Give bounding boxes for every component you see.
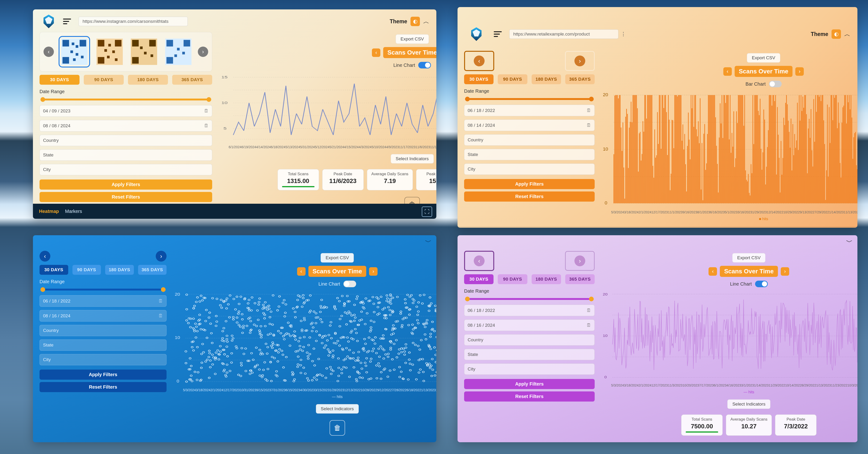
export-csv-button[interactable]: Export CSV [732, 253, 766, 263]
btn-365-days[interactable]: 365 DAYS [565, 74, 595, 84]
btn-30-days[interactable]: 30 DAYS [464, 274, 494, 284]
qr-item-2[interactable] [95, 37, 124, 67]
markers-tab[interactable]: Markers [65, 209, 82, 214]
url-more-icon[interactable]: ⋮ [621, 31, 626, 37]
carousel-next-button[interactable]: › [575, 255, 585, 266]
date-range-slider[interactable] [466, 298, 593, 300]
chart-next-button[interactable]: › [795, 67, 804, 76]
heatmap-tab[interactable]: Heatmap [39, 209, 59, 214]
btn-90-days[interactable]: 90 DAYS [498, 274, 527, 284]
export-csv-button[interactable]: Export CSV [396, 34, 429, 44]
chart-type-toggle[interactable] [755, 281, 768, 287]
state-input[interactable]: State [39, 339, 166, 351]
date-from-input[interactable]: 06 / 18 / 2022🗓 [39, 295, 166, 307]
state-input[interactable]: State [464, 149, 595, 160]
qr-prev-button[interactable]: ‹ [43, 47, 54, 57]
reset-filters-button[interactable]: Reset Filters [39, 382, 166, 392]
country-input[interactable]: Country [39, 135, 212, 146]
date-range-slider[interactable] [41, 98, 210, 100]
date-range-slider[interactable] [41, 289, 165, 291]
collapse-icon[interactable]: ﹀ [846, 238, 853, 246]
theme-switch[interactable]: ◐ [410, 17, 420, 26]
apply-filters-button[interactable]: Apply Filters [464, 379, 595, 389]
country-input[interactable]: Country [39, 325, 166, 336]
chart-next-button[interactable]: › [369, 267, 377, 276]
svg-rect-142 [697, 137, 698, 204]
carousel-prev-button[interactable]: ‹ [474, 255, 485, 266]
chart-canvas[interactable]: 20 10 0 [602, 90, 858, 207]
btn-180-days[interactable]: 180 DAYS [128, 75, 168, 85]
apply-filters-button[interactable]: Apply Filters [464, 179, 595, 189]
export-csv-button[interactable]: Export CSV [747, 53, 780, 63]
state-input[interactable]: State [39, 149, 212, 161]
btn-180-days[interactable]: 180 DAYS [532, 274, 561, 284]
btn-90-days[interactable]: 90 DAYS [72, 265, 101, 275]
chart-type-toggle[interactable] [418, 62, 431, 68]
chart-next-button[interactable]: › [781, 267, 789, 276]
city-input[interactable]: City [39, 354, 166, 365]
reset-filters-button[interactable]: Reset Filters [464, 191, 595, 202]
qr-item-3[interactable] [129, 37, 159, 67]
date-range-slider[interactable] [466, 98, 593, 100]
btn-30-days[interactable]: 30 DAYS [39, 265, 68, 275]
date-to-input[interactable]: 08 / 16 / 2024🗓 [464, 320, 595, 331]
svg-point-668 [299, 349, 301, 350]
chart-prev-button[interactable]: ‹ [297, 267, 306, 276]
chart-canvas[interactable]: 20 10 0 [602, 290, 858, 380]
chart-prev-button[interactable]: ‹ [709, 267, 717, 276]
reset-filters-button[interactable]: Reset Filters [464, 391, 595, 401]
carousel-prev-button[interactable]: ‹ [39, 251, 50, 262]
qr-item-4[interactable] [163, 37, 193, 67]
export-csv-button[interactable]: Export CSV [321, 253, 354, 263]
menu-icon[interactable] [63, 19, 72, 24]
reset-filters-button[interactable]: Reset Filters [39, 192, 212, 202]
chart-canvas[interactable]: 20 10 0 [174, 290, 436, 384]
select-indicators-button[interactable]: Select Indicators [316, 404, 359, 414]
country-input[interactable]: Country [464, 334, 595, 345]
delete-button[interactable]: 🗑 [330, 420, 345, 436]
fullscreen-icon[interactable]: ⛶ [422, 207, 432, 217]
carousel-next-button[interactable]: › [575, 56, 585, 66]
date-from-input[interactable]: 04 / 09 / 2023🗓 [39, 105, 212, 117]
menu-icon[interactable] [494, 31, 503, 37]
url-display[interactable]: https://www.instagram.com/carsonsmithtat… [79, 17, 188, 26]
carousel-next-button[interactable]: › [156, 251, 166, 262]
collapse-icon[interactable]: ︿ [423, 18, 429, 26]
date-to-input[interactable]: 08 / 08 / 2024🗓 [39, 120, 212, 131]
chart-type-toggle[interactable] [769, 81, 782, 87]
btn-180-days[interactable]: 180 DAYS [532, 74, 561, 84]
btn-365-days[interactable]: 365 DAYS [138, 265, 167, 275]
apply-filters-button[interactable]: Apply Filters [39, 369, 166, 380]
date-from-input[interactable]: 06 / 18 / 2022🗓 [464, 305, 595, 316]
date-to-input[interactable]: 08 / 16 / 2024🗓 [39, 310, 166, 322]
btn-90-days[interactable]: 90 DAYS [84, 75, 124, 85]
apply-filters-button[interactable]: Apply Filters [39, 180, 212, 190]
country-input[interactable]: Country [464, 134, 595, 146]
url-display[interactable]: https://www.retailexample.com/product [509, 29, 618, 39]
date-to-input[interactable]: 08 / 14 / 2024🗓 [464, 120, 595, 131]
carousel-prev-button[interactable]: ‹ [474, 56, 485, 66]
chart-type-toggle[interactable] [343, 281, 356, 287]
city-input[interactable]: City [464, 163, 595, 175]
chart-prev-button[interactable]: ‹ [723, 67, 732, 76]
select-indicators-button[interactable]: Select Indicators [391, 154, 434, 163]
theme-switch[interactable]: ◐ [832, 29, 841, 39]
btn-365-days[interactable]: 365 DAYS [565, 274, 595, 284]
city-input[interactable]: City [39, 164, 212, 175]
btn-365-days[interactable]: 365 DAYS [172, 75, 212, 85]
city-input[interactable]: City [464, 363, 595, 375]
chart-prev-button[interactable]: ‹ [372, 49, 380, 57]
btn-30-days[interactable]: 30 DAYS [39, 75, 80, 85]
chart-canvas[interactable]: 15 10 5 [219, 71, 436, 141]
qr-next-button[interactable]: › [198, 47, 208, 57]
chart-title: Scans Over Time [308, 266, 367, 277]
btn-30-days[interactable]: 30 DAYS [464, 74, 494, 84]
qr-item-1[interactable] [59, 36, 90, 67]
collapse-icon[interactable]: ︿ [844, 30, 850, 38]
collapse-icon[interactable]: ﹀ [425, 238, 432, 246]
btn-180-days[interactable]: 180 DAYS [105, 265, 134, 275]
date-from-input[interactable]: 06 / 18 / 2022🗓 [464, 105, 595, 116]
select-indicators-button[interactable]: Select Indicators [727, 399, 770, 409]
state-input[interactable]: State [464, 349, 595, 360]
btn-90-days[interactable]: 90 DAYS [498, 74, 527, 84]
